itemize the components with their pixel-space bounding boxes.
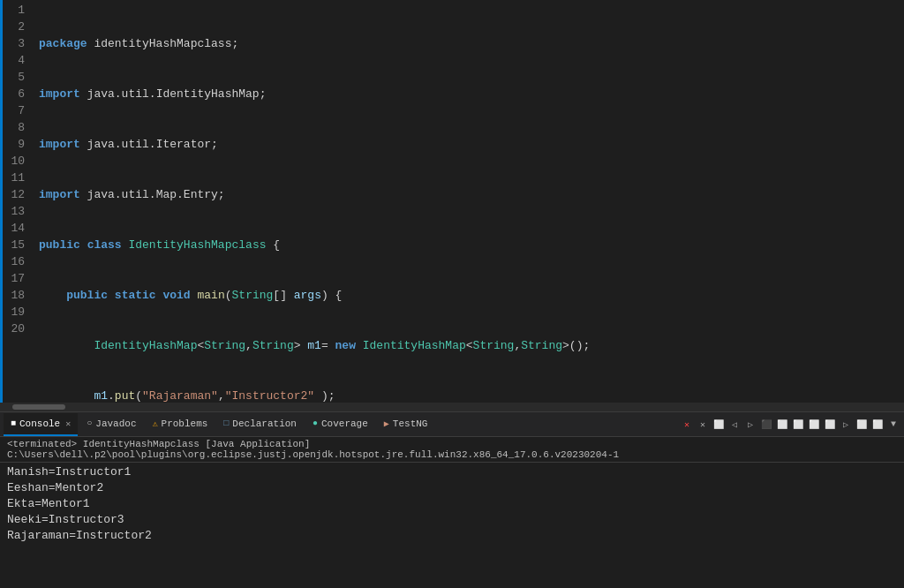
- terminate-btn[interactable]: ✕: [680, 418, 694, 432]
- tab-bar: ■ Console ✕ ○ Javadoc ⚠ Problems □ Decla…: [0, 412, 904, 437]
- tab-action-buttons: ✕ ✕ ⬜ ◁ ▷ ⬛ ⬜ ⬜ ⬜ ⬜ ▷ ⬜ ⬜ ▼: [680, 418, 900, 432]
- tab-testng-label: TestNG: [393, 418, 428, 429]
- code-line-7: IdentityHashMap<String,String> m1= new I…: [39, 337, 904, 354]
- editor-area: 1 2 3 4 5 6 7 8 9 10 11 12 13 14 15 16 1…: [0, 0, 904, 411]
- tab-javadoc[interactable]: ○ Javadoc: [79, 413, 143, 436]
- code-line-8: m1.put("Rajaraman","Instructor2" );: [39, 388, 904, 403]
- code-line-2: import java.util.IdentityHashMap;: [39, 86, 904, 102]
- code-container[interactable]: 1 2 3 4 5 6 7 8 9 10 11 12 13 14 15 16 1…: [0, 0, 904, 403]
- code-line-5: public class IdentityHashMapclass {: [39, 237, 904, 253]
- tab-testng[interactable]: ▶ TestNG: [377, 413, 435, 436]
- maximize-btn[interactable]: ▼: [886, 418, 900, 432]
- tab-console[interactable]: ■ Console ✕: [4, 413, 78, 436]
- horizontal-scrollbar[interactable]: [0, 403, 904, 411]
- scrollbar-thumb[interactable]: [12, 404, 65, 410]
- console-output: Manish=Instructor1 Eeshan=Mentor2 Ekta=M…: [0, 463, 904, 588]
- left-border-indicator: [0, 0, 3, 403]
- minimize-btn[interactable]: ⬜: [870, 418, 885, 432]
- code-line-1: package identityHashMapclass;: [39, 35, 904, 52]
- output-line-1: Manish=Instructor1: [7, 464, 897, 480]
- code-line-3: import java.util.Iterator;: [39, 136, 904, 153]
- menu-btn[interactable]: ⬜: [855, 418, 869, 432]
- code-lines: package identityHashMapclass; import jav…: [35, 0, 904, 403]
- tab-javadoc-label: Javadoc: [95, 418, 136, 429]
- tab-console-label: Console: [19, 418, 60, 429]
- javadoc-icon: ○: [87, 418, 92, 428]
- output-line-4: Neeki=Instructor3: [7, 512, 897, 528]
- tab-coverage-label: Coverage: [321, 418, 368, 429]
- open-console-btn[interactable]: ⬜: [775, 418, 789, 432]
- scroll-lock-btn[interactable]: ◁: [727, 418, 742, 432]
- tab-problems[interactable]: ⚠ Problems: [146, 413, 215, 436]
- run-btn[interactable]: ▷: [839, 418, 853, 432]
- declaration-icon: □: [223, 418, 229, 428]
- clear-btn[interactable]: ⬜: [712, 418, 726, 432]
- code-line-6: public static void main(String[] args) {: [39, 287, 904, 304]
- show-action-btn[interactable]: ⬜: [807, 418, 821, 432]
- output-line-5: Rajaraman=Instructor2: [7, 528, 897, 544]
- bottom-panel: ■ Console ✕ ○ Javadoc ⚠ Problems □ Decla…: [0, 411, 904, 588]
- problems-icon: ⚠: [153, 418, 158, 429]
- pin-btn[interactable]: ▷: [743, 418, 757, 432]
- display-selected-btn[interactable]: ⬜: [791, 418, 805, 432]
- console-header: <terminated> IdentityHashMapclass [Java …: [0, 437, 904, 463]
- word-wrap-btn[interactable]: ⬜: [823, 418, 837, 432]
- code-line-4: import java.util.Map.Entry;: [39, 186, 904, 203]
- testng-icon: ▶: [384, 418, 389, 429]
- remove-btn[interactable]: ✕: [696, 418, 710, 432]
- new-console-btn[interactable]: ⬛: [759, 418, 773, 432]
- output-line-2: Eeshan=Mentor2: [7, 480, 897, 496]
- tab-problems-label: Problems: [162, 418, 208, 429]
- tab-coverage[interactable]: ● Coverage: [305, 413, 375, 436]
- tab-declaration[interactable]: □ Declaration: [216, 413, 304, 436]
- line-numbers: 1 2 3 4 5 6 7 8 9 10 11 12 13 14 15 16 1…: [0, 0, 35, 403]
- tab-console-close[interactable]: ✕: [65, 418, 71, 429]
- tab-declaration-label: Declaration: [232, 418, 297, 429]
- output-line-3: Ekta=Mentor1: [7, 496, 897, 512]
- console-status: <terminated> IdentityHashMapclass [Java …: [7, 439, 619, 460]
- coverage-icon: ●: [313, 418, 318, 428]
- console-icon: ■: [11, 418, 16, 428]
